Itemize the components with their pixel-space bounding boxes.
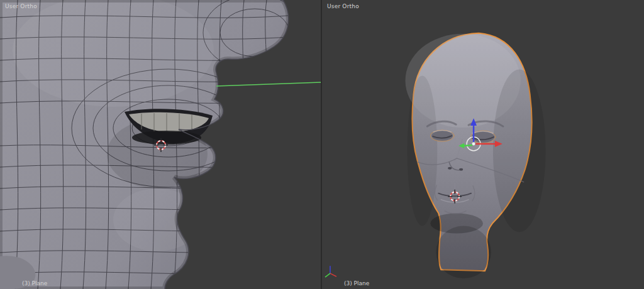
viewport-left-canvas[interactable]: [0, 0, 321, 289]
viewport-left[interactable]: User Ortho: [0, 0, 321, 289]
gizmo-center-dot[interactable]: [472, 143, 475, 146]
blender-3d-view: { "viewport_left": { "view_label": "User…: [0, 0, 644, 289]
status-label-left: (3) Plane: [22, 280, 47, 286]
view-label-right: User Ortho: [327, 3, 359, 9]
mini-axis-gizmo: [325, 266, 336, 277]
viewport-right-canvas[interactable]: [322, 0, 644, 289]
viewport-right[interactable]: User Ortho: [321, 0, 644, 289]
guide-line: [216, 82, 321, 86]
head-object[interactable]: [405, 33, 545, 278]
status-label-right: (3) Plane: [344, 280, 369, 286]
view-label-left: User Ortho: [5, 3, 37, 9]
